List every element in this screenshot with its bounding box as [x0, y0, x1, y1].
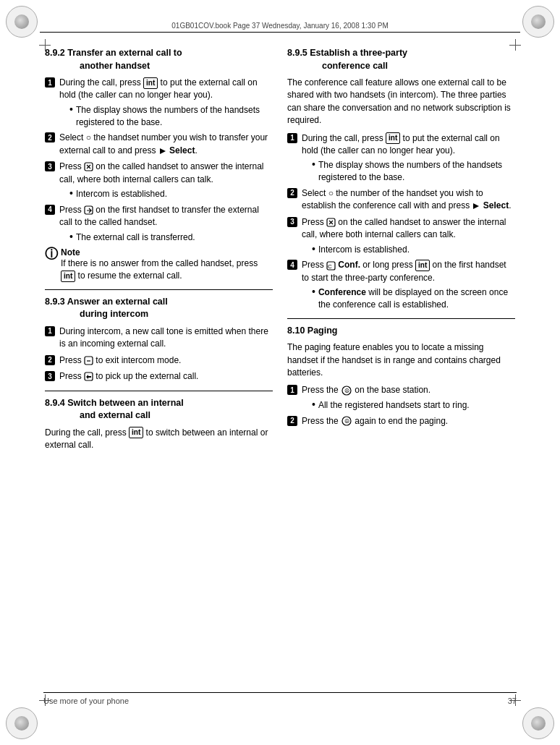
svg-text:C: C: [328, 263, 332, 270]
section-895: 8.9.5 Establish a three-party conference…: [287, 47, 515, 311]
step-content: Press on the called handset to answer th…: [302, 216, 515, 256]
int-key: int: [143, 77, 158, 89]
svg-marker-0: [160, 148, 166, 154]
divider-894: [45, 391, 273, 391]
step-num: 2: [45, 355, 55, 365]
int-key: int: [129, 427, 143, 438]
main-content: 8.9.2 Transfer an external call to anoth…: [45, 40, 515, 691]
step-content: Press C Conf. or long press int on the f…: [302, 259, 515, 310]
step-895-4: 4 Press C Conf. or long press int on the…: [287, 259, 515, 310]
svg-marker-5: [473, 203, 479, 209]
step-895-2: 2 Select ○ the number of the handset you…: [287, 187, 515, 213]
step-895-3: 3 Press on the called handset to answer …: [287, 216, 515, 256]
step-892-2: 2 Select ○ the handset number you wish t…: [45, 132, 273, 157]
step-num: 2: [287, 188, 297, 198]
int-key: int: [415, 260, 430, 271]
step-content: During the call, press int to put the ex…: [59, 77, 273, 128]
corner-decoration-top-right: [522, 6, 554, 38]
bullet-item: • Intercom is established.: [69, 188, 273, 200]
section-895-header: 8.9.5 Establish a three-party conference…: [287, 47, 515, 72]
section-810-header: 8.10 Paging: [287, 325, 515, 338]
step-content: Press on the first handset to transfer t…: [59, 204, 273, 244]
step-num: 1: [287, 133, 297, 143]
int-key: int: [61, 271, 75, 282]
step-num: 4: [287, 260, 297, 270]
step-num: 2: [45, 132, 55, 142]
section-810-intro: The paging feature enables you to locate…: [287, 341, 515, 379]
section-810: 8.10 Paging The paging feature enables y…: [287, 325, 515, 427]
section-894-intro: During the call, press int to switch bet…: [45, 427, 273, 452]
bullet-item: • The external call is transferred.: [69, 231, 273, 244]
step-num: 1: [45, 77, 55, 88]
bullet-item: • The display shows the numbers of the h…: [312, 159, 515, 184]
step-content: Press the ☮ on the base station. • All t…: [302, 384, 515, 411]
step-num: 1: [287, 385, 297, 395]
step-num: 4: [45, 205, 55, 215]
section-894-header: 8.9.4 Switch between an internal and ext…: [45, 397, 273, 422]
section-892-header: 8.9.2 Transfer an external call to anoth…: [45, 47, 273, 72]
bullet-item: • The display shows the numbers of the h…: [69, 104, 273, 129]
bullet-item: • Conference will be displayed on the sc…: [312, 286, 515, 311]
corner-decoration-bottom-left: [6, 707, 38, 739]
step-892-3: 3 Press on the called handset to answer …: [45, 161, 273, 200]
note-block-892: ⓘ Note If there is no answer from the ca…: [45, 247, 273, 282]
svg-text:☮: ☮: [344, 388, 349, 394]
svg-text:☮: ☮: [344, 418, 349, 425]
step-content: Select ○ the number of the handset you w…: [302, 187, 515, 213]
right-column: 8.9.5 Establish a three-party conference…: [287, 40, 515, 691]
step-895-1: 1 During the call, press int to put the …: [287, 132, 515, 184]
note-icon: ⓘ: [45, 247, 58, 260]
step-num: 2: [287, 416, 297, 426]
section-892: 8.9.2 Transfer an external call to anoth…: [45, 47, 273, 282]
footer-right: 37: [508, 697, 517, 705]
step-content: Press to pick up the external call.: [59, 370, 273, 383]
note-content: If there is no answer from the called ha…: [61, 258, 258, 281]
section-894: 8.9.4 Switch between an internal and ext…: [45, 397, 273, 452]
corner-decoration-top-left: [6, 6, 38, 38]
section-893-header: 8.9.3 Answer an external call during int…: [45, 296, 273, 321]
bullet-item: • All the registered handsets start to r…: [312, 399, 515, 412]
step-892-4: 4 Press on the first handset to transfer…: [45, 204, 273, 244]
step-893-1: 1 During intercom, a new call tone is em…: [45, 325, 273, 351]
step-content: Select ○ the handset number you wish to …: [59, 132, 273, 157]
divider-893: [45, 289, 273, 290]
step-content: During the call, press int to put the ex…: [302, 132, 515, 184]
step-893-3: 3 Press to pick up the external call.: [45, 370, 273, 383]
step-892-1: 1 During the call, press int to put the …: [45, 77, 273, 128]
step-810-1: 1 Press the ☮ on the base station. • All…: [287, 384, 515, 411]
step-num: 3: [287, 217, 297, 227]
step-810-2: 2 Press the ☮ again to end the paging.: [287, 415, 515, 427]
step-content: Press on the called handset to answer th…: [59, 161, 273, 200]
corner-decoration-bottom-right: [522, 707, 554, 739]
step-content: Press the ☮ again to end the paging.: [302, 415, 515, 427]
divider-810: [287, 318, 515, 319]
step-num: 3: [45, 371, 55, 381]
section-893: 8.9.3 Answer an external call during int…: [45, 296, 273, 383]
left-column: 8.9.2 Transfer an external call to anoth…: [45, 40, 273, 691]
footer-left: Use more of your phone: [43, 697, 129, 705]
step-content: Press to exit intercom mode.: [59, 354, 273, 367]
footer-bar: Use more of your phone 37: [43, 692, 517, 705]
note-title: Note: [61, 247, 80, 257]
step-893-2: 2 Press to exit intercom mode.: [45, 354, 273, 367]
int-key: int: [386, 132, 400, 144]
step-num: 3: [45, 161, 55, 171]
bullet-item: • Intercom is established.: [312, 244, 515, 256]
header-text: 01GB01COV.book Page 37 Wednesday, Januar…: [171, 22, 388, 30]
step-content: During intercom, a new call tone is emit…: [59, 325, 273, 351]
section-895-intro: The conference call feature allows one e…: [287, 77, 515, 127]
header-bar: 01GB01COV.book Page 37 Wednesday, Januar…: [40, 22, 520, 33]
step-num: 1: [45, 326, 55, 336]
